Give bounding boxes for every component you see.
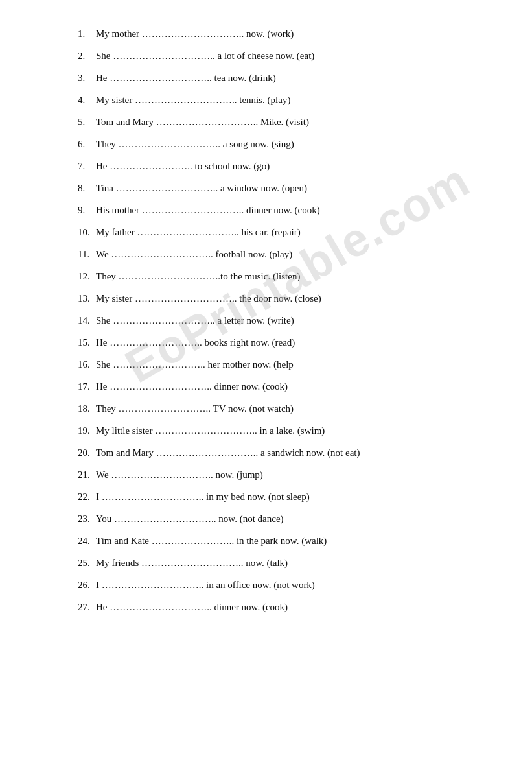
item-text: He …………………….. to school now. (go) [96, 158, 480, 174]
item-number: 9. [78, 202, 96, 218]
item-number: 11. [78, 246, 96, 262]
exercise-item: 1.My mother ………………………….. now. (work) [78, 26, 480, 41]
item-text: My mother ………………………….. now. (work) [96, 26, 480, 41]
item-number: 24. [78, 533, 96, 549]
item-text: They ………………………….. a song now. (sing) [96, 136, 480, 152]
item-number: 2. [78, 48, 96, 64]
exercise-item: 10.My father ………………………….. his car. (repa… [78, 224, 480, 240]
item-text: She ………………………….. a lot of cheese now. (e… [96, 48, 480, 64]
exercise-item: 9. His mother ………………………….. dinner now. (… [78, 202, 480, 218]
exercise-item: 13.My sister ………………………….. the door now. … [78, 290, 480, 306]
exercise-item: 12.They …………………………..to the music. (liste… [78, 268, 480, 284]
exercise-item: 4. My sister ………………………….. tennis. (play) [78, 92, 480, 108]
item-text: I ………………………….. in my bed now. (not sleep… [96, 489, 480, 504]
item-number: 13. [78, 290, 96, 306]
exercise-item: 15.He ……………………….. books right now. (read… [78, 335, 480, 350]
exercise-item: 25.My friends ………………………….. now. (talk) [78, 555, 480, 571]
item-text: Tom and Mary ………………………….. Mike. (visit) [96, 114, 480, 130]
item-text: My little sister ………………………….. in a lake.… [96, 423, 480, 438]
item-number: 8. [78, 180, 96, 196]
item-text: He ……………………….. books right now. (read) [96, 335, 480, 350]
exercise-item: 14.She ………………………….. a letter now. (write… [78, 313, 480, 328]
item-number: 12. [78, 268, 96, 284]
item-number: 10. [78, 224, 96, 240]
item-number: 6. [78, 136, 96, 152]
item-number: 4. [78, 92, 96, 108]
exercise-item: 17.He ………………………….. dinner now. (cook) [78, 379, 480, 394]
item-text: My father ………………………….. his car. (repair) [96, 224, 480, 240]
exercise-item: 16.She ……………………….. her mother now. (help [78, 357, 480, 372]
item-text: Tom and Mary ………………………….. a sandwich now… [96, 445, 480, 460]
item-text: You ………………………….. now. (not dance) [96, 511, 480, 527]
item-number: 5. [78, 114, 96, 130]
item-number: 1. [78, 26, 96, 41]
item-text: My friends ………………………….. now. (talk) [96, 555, 480, 571]
item-number: 15. [78, 335, 96, 350]
item-number: 25. [78, 555, 96, 571]
item-number: 7. [78, 158, 96, 174]
item-text: His mother ………………………….. dinner now. (coo… [96, 202, 480, 218]
exercise-item: 11.We ………………………….. football now. (play) [78, 246, 480, 262]
item-text: Tina ………………………….. a window now. (open) [96, 180, 480, 196]
item-text: My sister ………………………….. tennis. (play) [96, 92, 480, 108]
item-text: She ………………………….. a letter now. (write) [96, 313, 480, 328]
item-number: 26. [78, 577, 96, 593]
exercise-item: 20.Tom and Mary ………………………….. a sandwich … [78, 445, 480, 460]
item-text: We ………………………….. football now. (play) [96, 246, 480, 262]
item-number: 21. [78, 467, 96, 482]
item-text: He ………………………….. dinner now. (cook) [96, 599, 480, 615]
exercise-item: 18.They ……………………….. TV now. (not watch) [78, 401, 480, 416]
exercise-item: 5. Tom and Mary ………………………….. Mike. (visi… [78, 114, 480, 130]
item-number: 17. [78, 379, 96, 394]
exercise-item: 3. He ………………………….. tea now. (drink) [78, 70, 480, 86]
exercise-item: 21.We ………………………….. now. (jump) [78, 467, 480, 482]
item-number: 3. [78, 70, 96, 86]
exercise-item: 6. They ………………………….. a song now. (sing) [78, 136, 480, 152]
item-number: 22. [78, 489, 96, 504]
exercise-item: 27.He ………………………….. dinner now. (cook) [78, 599, 480, 615]
exercise-item: 24.Tim and Kate …………………….. in the park n… [78, 533, 480, 549]
item-number: 27. [78, 599, 96, 615]
item-text: They …………………………..to the music. (listen) [96, 268, 480, 284]
item-text: We ………………………….. now. (jump) [96, 467, 480, 482]
exercise-list: 1.My mother ………………………….. now. (work)2. S… [78, 26, 480, 615]
exercise-item: 7. He …………………….. to school now. (go) [78, 158, 480, 174]
item-text: She ……………………….. her mother now. (help [96, 357, 480, 372]
item-text: He ………………………….. dinner now. (cook) [96, 379, 480, 394]
exercise-item: 8. Tina ………………………….. a window now. (open… [78, 180, 480, 196]
exercise-item: 19.My little sister ………………………….. in a la… [78, 423, 480, 438]
page-container: EoPrintable.com 1.My mother …………………………..… [0, 0, 532, 758]
item-number: 14. [78, 313, 96, 328]
exercise-item: 22.I ………………………….. in my bed now. (not sl… [78, 489, 480, 504]
exercise-item: 2. She ………………………….. a lot of cheese now.… [78, 48, 480, 64]
exercise-item: 26.I ………………………….. in an office now. (not… [78, 577, 480, 593]
item-number: 20. [78, 445, 96, 460]
item-text: Tim and Kate …………………….. in the park now.… [96, 533, 480, 549]
item-number: 18. [78, 401, 96, 416]
item-text: He ………………………….. tea now. (drink) [96, 70, 480, 86]
exercise-item: 23.You ………………………….. now. (not dance) [78, 511, 480, 527]
item-number: 19. [78, 423, 96, 438]
item-text: They ……………………….. TV now. (not watch) [96, 401, 480, 416]
item-text: I ………………………….. in an office now. (not wo… [96, 577, 480, 593]
item-text: My sister ………………………….. the door now. (cl… [96, 290, 480, 306]
item-number: 23. [78, 511, 96, 527]
item-number: 16. [78, 357, 96, 372]
